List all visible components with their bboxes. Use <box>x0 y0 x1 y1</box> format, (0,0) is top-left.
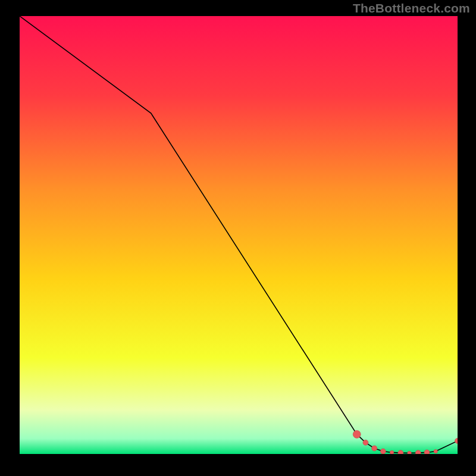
marker-point <box>455 438 458 443</box>
marker-point <box>363 440 368 445</box>
marker-point <box>424 450 430 454</box>
marker-point <box>380 449 386 454</box>
bottleneck-curve <box>20 16 458 453</box>
marker-point <box>372 446 377 451</box>
chart-container: TheBottleneck.com <box>0 0 476 476</box>
highlight-points <box>353 430 458 454</box>
chart-overlay <box>20 16 458 454</box>
marker-point <box>408 451 411 454</box>
marker-point <box>353 430 361 438</box>
marker-point <box>398 450 403 454</box>
marker-point <box>434 449 437 453</box>
plot-area <box>20 16 458 454</box>
marker-point <box>415 450 421 454</box>
watermark-label: TheBottleneck.com <box>353 1 470 15</box>
marker-point <box>390 450 393 454</box>
